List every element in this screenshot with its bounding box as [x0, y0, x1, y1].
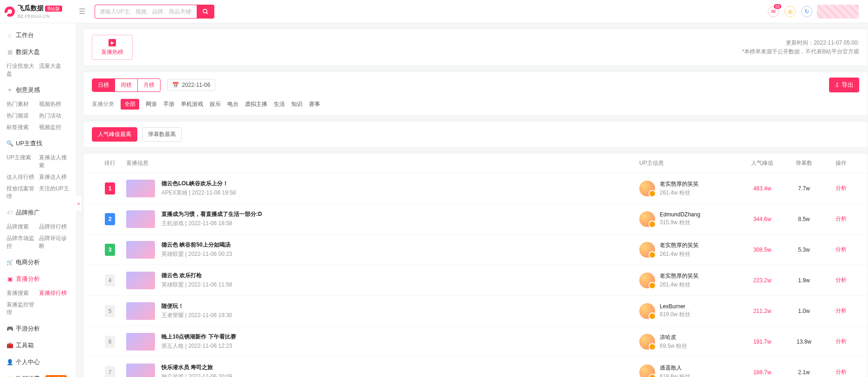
up-name[interactable]: LexBurner: [660, 303, 690, 310]
up-name[interactable]: 凉哈皮: [660, 333, 687, 341]
sidebar-item[interactable]: 直播达人搜索: [39, 152, 71, 171]
table-header: 排行 直播信息 UP主信息 人气峰值 弹幕数 操作: [84, 154, 868, 173]
category-item[interactable]: 生活: [274, 100, 285, 108]
col-dan: 弹幕数: [783, 159, 825, 167]
metric-tab-0[interactable]: 人气峰值最高: [92, 127, 137, 142]
date-picker[interactable]: 📅 2022-11-06: [167, 79, 215, 91]
sidebar-item[interactable]: 投放结案管理: [6, 183, 39, 202]
live-title[interactable]: 晚上10点锈湖新作 下午看比赛: [161, 333, 236, 341]
category-item[interactable]: 电台: [227, 100, 238, 108]
sidebar-item[interactable]: 达人排行榜: [6, 171, 39, 183]
up-name[interactable]: 老实憨厚的笑笑: [660, 180, 699, 188]
brand-logo[interactable]: 飞瓜数据 B站版 BZ.FEIGUA.CN: [5, 4, 74, 19]
peak-value: 223.2w: [741, 277, 783, 284]
sidebar-group-4[interactable]: 🏷品牌推广: [0, 204, 76, 221]
sidebar-item[interactable]: 直播监控管理: [6, 299, 39, 318]
sidebar-item[interactable]: 流量大盘: [39, 60, 71, 80]
sidebar-group-8[interactable]: 🧰工具箱: [0, 337, 76, 354]
up-name[interactable]: 老实憨厚的笑笑: [660, 272, 699, 280]
sidebar-group-6[interactable]: ▣直播分析: [0, 271, 76, 287]
up-avatar[interactable]: [639, 303, 655, 319]
up-fans: 69.5w 粉丝: [660, 342, 687, 350]
analyse-link[interactable]: 分析: [836, 246, 847, 253]
category-item[interactable]: 全部: [121, 99, 139, 110]
analyse-link[interactable]: 分析: [836, 185, 847, 191]
up-avatar[interactable]: [639, 273, 655, 288]
analyse-link[interactable]: 分析: [836, 338, 847, 344]
up-avatar[interactable]: [639, 334, 655, 350]
up-avatar[interactable]: [639, 364, 655, 377]
sidebar-group-9[interactable]: 👤个人中心: [0, 354, 76, 370]
sidebar-item[interactable]: 关注的UP主: [39, 183, 71, 202]
live-title[interactable]: 快乐潜水员 寿司之旅: [161, 364, 232, 371]
period-tab-0[interactable]: 日榜: [92, 79, 115, 91]
sidebar-group-1[interactable]: ▦数据大盘: [0, 44, 76, 60]
sidebar-group-3[interactable]: 🔍UP主查找: [0, 135, 76, 152]
up-name[interactable]: 逍遥散人: [660, 364, 690, 372]
sidebar-item[interactable]: 品牌搜索: [6, 221, 39, 233]
search-icon: 🔍: [6, 140, 13, 147]
sidebar-toggle-icon[interactable]: ☰: [79, 7, 85, 16]
sidebar-group-5[interactable]: 🛒电商分析: [0, 254, 76, 271]
search-input[interactable]: [95, 5, 197, 19]
analyse-link[interactable]: 分析: [836, 307, 847, 314]
category-item[interactable]: 虚拟主播: [245, 100, 267, 108]
sidebar-item[interactable]: 品牌排行榜: [39, 221, 71, 233]
up-name[interactable]: 老实憨厚的笑笑: [660, 241, 699, 249]
category-item[interactable]: 网游: [146, 100, 157, 108]
refresh-icon[interactable]: ↻: [801, 6, 812, 17]
sidebar-item[interactable]: 品牌市场监控: [6, 233, 39, 252]
up-avatar[interactable]: [639, 181, 655, 196]
sidebar-item[interactable]: 视频热榜: [39, 98, 71, 110]
live-title[interactable]: 直播成为习惯，看直播成了生活一部分:D: [161, 210, 262, 218]
category-item[interactable]: 赛事: [309, 100, 320, 108]
sidebar-item[interactable]: 热门素材: [6, 98, 39, 110]
mail-icon[interactable]: ✉65: [768, 6, 779, 17]
category-item[interactable]: 手游: [163, 100, 174, 108]
category-item[interactable]: 单机游戏: [181, 100, 203, 108]
danmu-value: 7.7w: [783, 185, 825, 192]
analyse-link[interactable]: 分析: [836, 277, 847, 283]
sidebar-item[interactable]: 标签搜索: [6, 122, 39, 133]
live-thumbnail[interactable]: [126, 333, 155, 351]
up-name[interactable]: EdmundDZhang: [660, 211, 700, 218]
export-button[interactable]: ⇩ 导出: [829, 78, 859, 92]
live-title[interactable]: 德云色 欢乐打枪: [161, 272, 232, 280]
live-thumbnail[interactable]: [126, 241, 155, 259]
sidebar-item[interactable]: 直播达人榜: [39, 171, 71, 183]
up-avatar[interactable]: [639, 242, 655, 258]
sidebar-item[interactable]: 行业投放大盘: [6, 60, 39, 80]
live-title[interactable]: 德云色 峡谷前50上分如喝汤: [161, 241, 232, 249]
analyse-link[interactable]: 分析: [836, 369, 847, 375]
sidebar-item[interactable]: UP主搜索: [6, 152, 39, 171]
sidebar-item[interactable]: 视频监控: [39, 122, 71, 133]
sidebar-item[interactable]: 直播搜索: [6, 287, 39, 299]
period-tab-1[interactable]: 周榜: [115, 79, 138, 91]
live-thumbnail[interactable]: [126, 364, 155, 377]
period-tab-2[interactable]: 月榜: [138, 79, 160, 91]
analyse-link[interactable]: 分析: [836, 215, 847, 222]
up-avatar[interactable]: [639, 211, 655, 227]
metric-tab-1[interactable]: 弹幕数最高: [142, 127, 182, 142]
sidebar-item[interactable]: 直播排行榜: [39, 287, 71, 299]
live-thumbnail[interactable]: [126, 272, 155, 289]
live-thumbnail[interactable]: [126, 302, 155, 320]
live-title[interactable]: 德云色LOL峡谷欢乐上分！: [161, 180, 236, 188]
live-thumbnail[interactable]: [126, 210, 155, 228]
sidebar-group-10[interactable]: 💳购买续费年付6折: [0, 370, 76, 377]
hotlist-button[interactable]: ▶ 直播热榜: [92, 35, 133, 60]
live-title[interactable]: 随便玩！: [161, 302, 232, 310]
category-item[interactable]: 知识: [291, 100, 302, 108]
coin-icon[interactable]: ◎: [784, 6, 796, 17]
sidebar-group-0[interactable]: ⌂工作台: [0, 27, 76, 44]
user-avatar[interactable]: [817, 5, 859, 19]
live-thumbnail[interactable]: [126, 180, 155, 197]
sidebar-group-7[interactable]: 🎮手游分析: [0, 320, 76, 337]
sidebar-item[interactable]: 热门频道: [6, 110, 39, 122]
category-item[interactable]: 娱乐: [210, 100, 221, 108]
sidebar-item[interactable]: 热门活动: [39, 110, 71, 122]
sidebar-item[interactable]: 品牌评论诊断: [39, 233, 71, 252]
search-button[interactable]: [197, 5, 214, 19]
sidebar-group-title: 数据大盘: [16, 48, 40, 56]
sidebar-group-2[interactable]: ✦创意灵感: [0, 82, 76, 98]
